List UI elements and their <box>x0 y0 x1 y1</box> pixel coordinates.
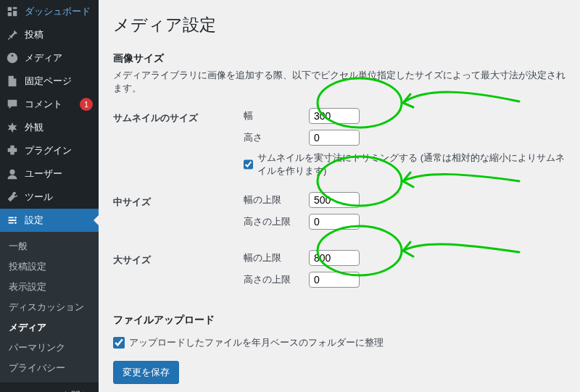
sidebar-item-dashboard[interactable]: ダッシュボード <box>0 0 99 23</box>
main-content: メディア設定 画像サイズ メディアライブラリに画像を追加する際、以下でピクセル単… <box>99 0 580 392</box>
sidebar-item-users[interactable]: ユーザー <box>0 162 99 185</box>
medium-height-label: 高さの上限 <box>244 215 302 228</box>
large-heading: 大サイズ <box>113 243 244 301</box>
sidebar-item-plugins[interactable]: プラグイン <box>0 139 99 162</box>
medium-width-input[interactable] <box>309 192 360 208</box>
media-icon <box>6 51 19 64</box>
medium-width-label: 幅の上限 <box>244 193 302 207</box>
settings-submenu: 一般 投稿設定 表示設定 ディスカッション メディア パーマリンク プライバシー <box>0 232 99 383</box>
sidebar-item-label: 外観 <box>25 121 93 134</box>
sidebar-item-label: 設定 <box>25 214 93 227</box>
pin-icon <box>6 28 19 41</box>
medium-heading: 中サイズ <box>113 185 244 243</box>
sidebar-item-media[interactable]: メディア <box>0 46 99 70</box>
upload-org-label: アップロードしたファイルを年月ベースのフォルダーに整理 <box>129 336 384 349</box>
thumb-crop-label: サムネイルを実寸法にトリミングする (通常は相対的な縮小によりサムネイルを作りま… <box>257 151 566 178</box>
sidebar-item-pages[interactable]: 固定ページ <box>0 70 99 93</box>
large-width-input[interactable] <box>309 250 360 266</box>
sidebar-item-tools[interactable]: ツール <box>0 185 99 209</box>
submenu-item-general[interactable]: 一般 <box>0 236 99 257</box>
thumb-height-input[interactable] <box>309 130 360 146</box>
sidebar-item-comments[interactable]: コメント 1 <box>0 93 99 116</box>
large-width-label: 幅の上限 <box>244 251 302 264</box>
svg-point-0 <box>14 217 17 219</box>
plugin-icon <box>6 144 19 157</box>
sidebar-item-label: プラグイン <box>25 144 93 157</box>
thumb-width-label: 幅 <box>244 109 302 122</box>
comment-badge: 1 <box>80 98 93 111</box>
section-image-sizes: 画像サイズ <box>113 39 566 67</box>
section-upload: ファイルアップロード <box>113 301 566 329</box>
submenu-item-discussion[interactable]: ディスカッション <box>0 297 99 317</box>
admin-sidebar: ダッシュボード 投稿 メディア 固定ページ コメント 1 外観 プラグイン ユー… <box>0 0 99 392</box>
settings-icon <box>6 214 19 227</box>
submenu-item-permalink[interactable]: パーマリンク <box>0 338 99 358</box>
sidebar-item-label: 投稿 <box>25 28 93 41</box>
save-button[interactable]: 変更を保存 <box>113 361 179 384</box>
sidebar-item-label: コメント <box>25 98 74 111</box>
medium-height-input[interactable] <box>309 214 360 230</box>
upload-org-checkbox[interactable] <box>113 337 125 349</box>
thumb-crop-checkbox[interactable] <box>244 159 253 170</box>
page-icon <box>6 75 19 88</box>
thumb-height-label: 高さ <box>244 131 302 144</box>
submenu-item-media[interactable]: メディア <box>0 317 99 338</box>
sidebar-item-posts[interactable]: 投稿 <box>0 23 99 46</box>
submenu-item-privacy[interactable]: プライバシー <box>0 358 99 378</box>
sidebar-item-appearance[interactable]: 外観 <box>0 116 99 139</box>
dashboard-icon <box>6 5 19 18</box>
thumb-heading: サムネイルのサイズ <box>113 101 244 185</box>
sidebar-item-label: ツール <box>25 191 93 204</box>
sidebar-item-label: ダッシュボード <box>25 5 93 18</box>
submenu-item-writing[interactable]: 投稿設定 <box>0 257 99 277</box>
section-image-desc: メディアライブラリに画像を追加する際、以下でピクセル単位指定したサイズによって最… <box>113 67 566 101</box>
collapse-label: メニューを閉じる <box>24 389 93 392</box>
page-title: メディア設定 <box>113 7 566 39</box>
comment-icon <box>6 98 19 111</box>
thumb-width-input[interactable] <box>309 108 360 124</box>
media-settings-form: サムネイルのサイズ 幅 高さ サムネイルを実寸法にトリミングする (通常は相対的… <box>113 101 566 301</box>
large-height-input[interactable] <box>309 272 360 288</box>
sidebar-item-label: 固定ページ <box>25 75 93 88</box>
large-height-label: 高さの上限 <box>244 273 302 286</box>
sidebar-item-label: メディア <box>25 51 93 64</box>
svg-point-1 <box>14 222 17 224</box>
sidebar-item-settings[interactable]: 設定 <box>0 209 99 232</box>
user-icon <box>6 167 19 180</box>
collapse-menu[interactable]: メニューを閉じる <box>0 383 99 392</box>
tools-icon <box>6 191 19 204</box>
sidebar-item-label: ユーザー <box>25 167 93 180</box>
submenu-item-reading[interactable]: 表示設定 <box>0 277 99 297</box>
appearance-icon <box>6 121 19 134</box>
